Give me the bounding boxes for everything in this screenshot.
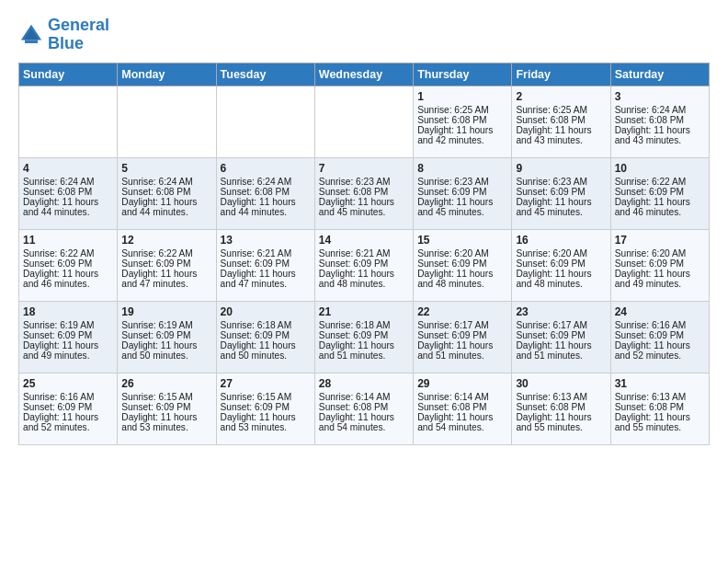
day-info: Daylight: 11 hours bbox=[23, 269, 113, 279]
day-info: Daylight: 11 hours bbox=[319, 269, 409, 279]
day-info: Sunset: 6:09 PM bbox=[615, 187, 705, 197]
day-number: 13 bbox=[221, 234, 311, 247]
day-info: Sunset: 6:09 PM bbox=[319, 259, 409, 269]
day-info: Sunset: 6:09 PM bbox=[121, 259, 211, 269]
day-info: Sunrise: 6:22 AM bbox=[121, 248, 211, 259]
day-number: 30 bbox=[516, 377, 606, 390]
day-number: 9 bbox=[516, 162, 606, 175]
day-number: 11 bbox=[23, 234, 113, 247]
day-number: 22 bbox=[417, 305, 507, 318]
day-number: 25 bbox=[23, 377, 113, 390]
header-row: SundayMondayTuesdayWednesdayThursdayFrid… bbox=[19, 63, 710, 86]
cell-3-3: 13Sunrise: 6:21 AMSunset: 6:09 PMDayligh… bbox=[216, 229, 314, 301]
day-info: Sunrise: 6:24 AM bbox=[615, 105, 705, 115]
day-info: Sunrise: 6:13 AM bbox=[516, 392, 606, 402]
day-info: Sunset: 6:08 PM bbox=[516, 402, 606, 412]
col-header-tuesday: Tuesday bbox=[216, 63, 314, 86]
day-info: Sunrise: 6:21 AM bbox=[319, 248, 409, 259]
day-info: and 46 minutes. bbox=[615, 207, 705, 217]
cell-1-2 bbox=[118, 86, 216, 157]
day-info: Sunrise: 6:16 AM bbox=[615, 320, 705, 330]
day-info: Daylight: 11 hours bbox=[417, 269, 507, 279]
day-info: Daylight: 11 hours bbox=[221, 197, 311, 207]
day-info: Daylight: 11 hours bbox=[121, 412, 211, 422]
cell-2-2: 5Sunrise: 6:24 AMSunset: 6:08 PMDaylight… bbox=[118, 157, 216, 229]
day-info: and 48 minutes. bbox=[516, 279, 606, 289]
cell-2-3: 6Sunrise: 6:24 AMSunset: 6:08 PMDaylight… bbox=[216, 157, 314, 229]
day-number: 10 bbox=[615, 162, 705, 175]
day-info: and 46 minutes. bbox=[23, 279, 113, 289]
day-info: and 48 minutes. bbox=[319, 279, 409, 289]
day-info: and 51 minutes. bbox=[417, 350, 507, 361]
day-info: and 48 minutes. bbox=[417, 279, 507, 289]
cell-2-1: 4Sunrise: 6:24 AMSunset: 6:08 PMDaylight… bbox=[19, 157, 118, 229]
cell-3-1: 11Sunrise: 6:22 AMSunset: 6:09 PMDayligh… bbox=[19, 229, 118, 301]
cell-5-1: 25Sunrise: 6:16 AMSunset: 6:09 PMDayligh… bbox=[19, 373, 118, 444]
cell-1-4 bbox=[314, 86, 413, 157]
day-number: 5 bbox=[121, 162, 211, 175]
day-info: Sunset: 6:09 PM bbox=[516, 259, 606, 269]
day-number: 23 bbox=[516, 305, 606, 318]
day-info: Daylight: 11 hours bbox=[417, 412, 507, 422]
day-info: Daylight: 11 hours bbox=[516, 197, 606, 207]
day-info: Daylight: 11 hours bbox=[615, 340, 705, 350]
day-info: Sunset: 6:09 PM bbox=[121, 330, 211, 340]
day-info: Sunset: 6:08 PM bbox=[121, 187, 211, 197]
cell-3-4: 14Sunrise: 6:21 AMSunset: 6:09 PMDayligh… bbox=[314, 229, 413, 301]
day-number: 20 bbox=[221, 305, 311, 318]
day-info: Sunset: 6:08 PM bbox=[319, 402, 409, 412]
day-info: Sunrise: 6:22 AM bbox=[615, 177, 705, 187]
day-info: Sunrise: 6:21 AM bbox=[221, 248, 311, 259]
day-info: and 42 minutes. bbox=[417, 135, 507, 145]
day-info: and 55 minutes. bbox=[516, 422, 606, 432]
day-info: Sunrise: 6:23 AM bbox=[516, 177, 606, 187]
day-info: Daylight: 11 hours bbox=[319, 412, 409, 422]
day-info: Daylight: 11 hours bbox=[615, 197, 705, 207]
day-info: Sunset: 6:09 PM bbox=[516, 330, 606, 340]
day-info: Sunrise: 6:16 AM bbox=[23, 392, 113, 402]
cell-5-5: 29Sunrise: 6:14 AMSunset: 6:08 PMDayligh… bbox=[414, 373, 512, 444]
day-number: 2 bbox=[516, 90, 606, 103]
cell-2-5: 8Sunrise: 6:23 AMSunset: 6:09 PMDaylight… bbox=[414, 157, 512, 229]
day-info: Sunset: 6:09 PM bbox=[221, 259, 311, 269]
cell-3-5: 15Sunrise: 6:20 AMSunset: 6:09 PMDayligh… bbox=[414, 229, 512, 301]
day-number: 15 bbox=[417, 234, 507, 247]
day-info: Daylight: 11 hours bbox=[615, 125, 705, 135]
day-info: Daylight: 11 hours bbox=[319, 197, 409, 207]
day-number: 7 bbox=[319, 162, 409, 175]
day-info: Sunrise: 6:13 AM bbox=[615, 392, 705, 402]
logo-icon bbox=[18, 22, 44, 48]
day-info: Sunrise: 6:15 AM bbox=[221, 392, 311, 402]
day-info: Daylight: 11 hours bbox=[221, 412, 311, 422]
day-info: Sunrise: 6:20 AM bbox=[516, 248, 606, 259]
day-info: Sunrise: 6:20 AM bbox=[417, 248, 507, 259]
day-info: Sunset: 6:09 PM bbox=[615, 259, 705, 269]
day-info: and 51 minutes. bbox=[516, 350, 606, 361]
day-info: Sunrise: 6:24 AM bbox=[221, 177, 311, 187]
cell-5-4: 28Sunrise: 6:14 AMSunset: 6:08 PMDayligh… bbox=[314, 373, 413, 444]
day-info: Sunrise: 6:23 AM bbox=[319, 177, 409, 187]
day-number: 24 bbox=[615, 305, 705, 318]
week-row-5: 25Sunrise: 6:16 AMSunset: 6:09 PMDayligh… bbox=[19, 373, 710, 444]
day-info: and 43 minutes. bbox=[516, 135, 606, 145]
day-info: Sunset: 6:08 PM bbox=[516, 115, 606, 125]
day-info: Sunrise: 6:22 AM bbox=[23, 248, 113, 259]
header: General Blue bbox=[18, 17, 710, 53]
page: General Blue SundayMondayTuesdayWednesda… bbox=[0, 0, 728, 454]
day-info: Sunset: 6:09 PM bbox=[23, 259, 113, 269]
day-info: Sunrise: 6:17 AM bbox=[516, 320, 606, 330]
col-header-wednesday: Wednesday bbox=[314, 63, 413, 86]
day-info: and 50 minutes. bbox=[121, 350, 211, 361]
day-info: Sunrise: 6:14 AM bbox=[417, 392, 507, 402]
day-info: Daylight: 11 hours bbox=[319, 340, 409, 350]
day-info: Sunrise: 6:17 AM bbox=[417, 320, 507, 330]
day-info: and 55 minutes. bbox=[615, 422, 705, 432]
col-header-monday: Monday bbox=[118, 63, 216, 86]
day-info: Daylight: 11 hours bbox=[516, 269, 606, 279]
day-info: and 45 minutes. bbox=[516, 207, 606, 217]
day-info: Daylight: 11 hours bbox=[417, 197, 507, 207]
day-info: Daylight: 11 hours bbox=[121, 340, 211, 350]
cell-4-6: 23Sunrise: 6:17 AMSunset: 6:09 PMDayligh… bbox=[512, 301, 610, 373]
day-info: Sunrise: 6:24 AM bbox=[121, 177, 211, 187]
day-info: Sunset: 6:08 PM bbox=[615, 402, 705, 412]
